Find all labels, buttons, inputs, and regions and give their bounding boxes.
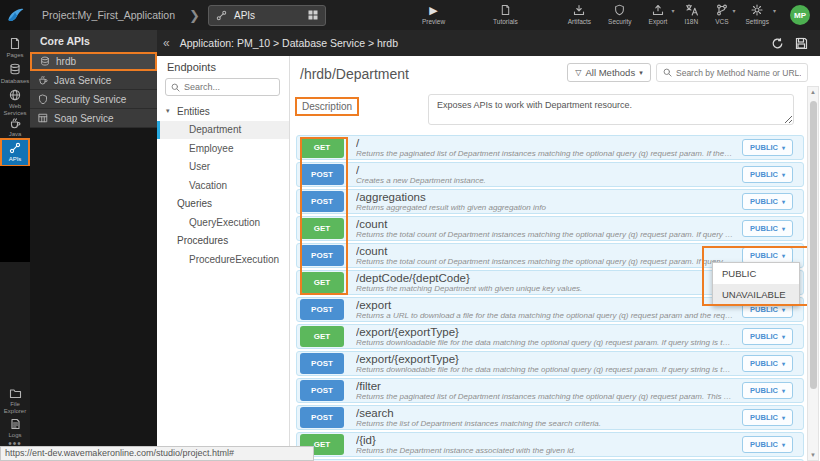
all-methods-dropdown[interactable]: ▽ All Methods ▾ xyxy=(567,63,651,82)
collapse-panel-icon[interactable]: « xyxy=(163,36,170,50)
caret-down-icon: ▾ xyxy=(782,171,785,178)
access-menu-item[interactable]: UNAVAILABLE xyxy=(713,284,799,305)
save-button[interactable] xyxy=(795,37,808,50)
main-area: « Application: PM_10 > Database Service … xyxy=(157,30,820,461)
tree-row[interactable]: Employee xyxy=(157,139,289,158)
sidebar-item-file-explorer[interactable]: File Explorer xyxy=(0,386,30,417)
rail-label: File Explorer xyxy=(0,401,30,415)
endpoint-description: Returns the total count of Department in… xyxy=(356,230,734,240)
tree-row[interactable]: ProcedureExecution xyxy=(157,250,289,269)
access-dropdown-button[interactable]: PUBLIC ▾ xyxy=(742,328,793,345)
access-menu-item[interactable]: PUBLIC xyxy=(713,263,799,284)
export-button[interactable]: ▾ Export xyxy=(649,4,668,26)
access-label: PUBLIC xyxy=(750,197,778,206)
sidebar-item-databases[interactable]: Databases xyxy=(0,61,30,87)
endpoint-row[interactable]: GET / Returns the paginated list of Depa… xyxy=(296,135,804,160)
description-textarea[interactable]: Exposes APIs to work with Department res… xyxy=(428,94,794,125)
refresh-button[interactable] xyxy=(771,37,784,50)
endpoint-row[interactable]: POST /filter Returns the paginated list … xyxy=(296,378,804,403)
access-dropdown-button[interactable]: PUBLIC ▾ xyxy=(742,436,793,453)
tree-row-label: Vacation xyxy=(189,180,227,191)
tab-apis[interactable]: APIs xyxy=(208,5,326,26)
tree-row[interactable]: QueryExecution xyxy=(157,213,289,232)
endpoint-texts: /search Returns the list of Department i… xyxy=(356,407,734,429)
grid-icon[interactable] xyxy=(308,10,318,20)
vcs-branch-icon xyxy=(716,4,728,16)
endpoint-row[interactable]: GET /count Returns the total count of De… xyxy=(296,216,804,241)
vertical-scrollbar[interactable]: ▲ ▼ xyxy=(807,86,819,461)
endpoint-row[interactable]: GET /export/{exportType} Returns downloa… xyxy=(296,324,804,349)
access-dropdown-button[interactable]: PUBLIC ▾ xyxy=(742,220,793,237)
method-badge: POST xyxy=(300,407,344,428)
caret-down-icon: ▾ xyxy=(773,8,776,14)
access-dropdown-button[interactable]: PUBLIC ▾ xyxy=(742,166,793,183)
endpoint-path: /filter xyxy=(356,380,734,392)
access-label: PUBLIC xyxy=(750,251,778,260)
access-dropdown-button[interactable]: PUBLIC ▾ xyxy=(742,355,793,372)
settings-button[interactable]: ▾ Settings xyxy=(746,4,770,26)
service-item-hrdb[interactable]: hrdb xyxy=(30,52,157,71)
sidebar-item-apis[interactable]: APIs xyxy=(0,138,30,167)
description-label: Description xyxy=(295,97,359,116)
tutorials-button[interactable]: Tutorials xyxy=(493,4,518,26)
endpoint-path: /export/{exportType} xyxy=(356,353,734,365)
scrollbar-thumb[interactable] xyxy=(810,101,817,389)
access-dropdown-button[interactable]: PUBLIC ▾ xyxy=(742,193,793,210)
endpoint-row[interactable]: POST /search Returns the list of Departm… xyxy=(296,405,804,430)
endpoints-search[interactable] xyxy=(165,78,280,96)
caret-down-icon: ▾ xyxy=(671,8,674,14)
endpoint-row[interactable]: GET /{id} Returns the Department instanc… xyxy=(296,432,804,457)
access-label: PUBLIC xyxy=(750,413,778,422)
endpoint-description: Returns the total count of Department in… xyxy=(356,257,734,267)
user-avatar[interactable]: MP xyxy=(790,5,810,25)
endpoint-description: Returns the paginated list of Department… xyxy=(356,392,734,402)
topbar-right-menu: Artifacts Security ▾ Export I18N ▾ xyxy=(568,4,820,26)
tree-row-label: Employee xyxy=(189,143,233,154)
endpoint-row[interactable]: POST / Creates a new Department instance… xyxy=(296,162,804,187)
scroll-up-icon[interactable]: ▲ xyxy=(808,89,818,95)
artifacts-button[interactable]: Artifacts xyxy=(568,4,591,26)
endpoints-search-input[interactable] xyxy=(184,82,264,92)
method-search[interactable] xyxy=(656,63,808,82)
method-badge: GET xyxy=(300,137,344,158)
access-dropdown-button[interactable]: PUBLIC ▾ xyxy=(742,139,793,156)
tree-row[interactable]: ▾ Entities xyxy=(157,102,289,121)
search-icon xyxy=(663,68,672,77)
wavemaker-logo[interactable] xyxy=(0,0,30,30)
method-search-input[interactable] xyxy=(676,68,801,78)
sidebar-item-pages[interactable]: Pages xyxy=(0,35,30,61)
tree-row[interactable]: Department xyxy=(157,121,289,140)
endpoint-description: Returns the list of Department instances… xyxy=(356,419,734,429)
tree-row-label: Queries xyxy=(177,198,212,209)
service-item-security-service[interactable]: Security Service xyxy=(30,90,157,109)
security-button[interactable]: Security xyxy=(608,4,631,26)
endpoint-path: / xyxy=(356,164,734,176)
endpoint-path: /export xyxy=(356,299,734,311)
vcs-label: VCS xyxy=(715,19,728,26)
caret-down-icon: ▾ xyxy=(782,252,785,259)
method-badge: POST xyxy=(300,191,344,212)
tree-row[interactable]: Procedures xyxy=(157,232,289,251)
scroll-down-icon[interactable]: ▼ xyxy=(808,452,818,458)
vcs-button[interactable]: ▾ VCS xyxy=(715,4,728,26)
preview-label: Preview xyxy=(422,19,445,26)
i18n-button[interactable]: I18N xyxy=(684,4,698,26)
endpoint-texts: /count Returns the total count of Depart… xyxy=(356,245,734,267)
tree-row[interactable]: User xyxy=(157,158,289,177)
access-dropdown-button[interactable]: PUBLIC ▾ xyxy=(742,409,793,426)
endpoint-path: /deptCode/{deptCode} xyxy=(356,272,734,284)
endpoint-row[interactable]: POST /export/{exportType} Returns downlo… xyxy=(296,351,804,376)
tree-row[interactable]: Queries xyxy=(157,195,289,214)
endpoint-path: /export/{exportType} xyxy=(356,326,734,338)
access-dropdown-button[interactable]: PUBLIC ▾ xyxy=(742,382,793,399)
top-bar: Project:My_First_Application ❯ APIs ▶ Pr… xyxy=(0,0,820,30)
service-item-java-service[interactable]: Java Service xyxy=(30,71,157,90)
endpoint-row[interactable]: POST /aggregations Returns aggregated re… xyxy=(296,189,804,214)
endpoint-description: Returns the Department instance associat… xyxy=(356,446,734,456)
tree-caret-icon: ▾ xyxy=(166,107,173,115)
method-badge: GET xyxy=(300,326,344,347)
preview-button[interactable]: ▶ Preview xyxy=(422,4,445,26)
tree-row[interactable]: Vacation xyxy=(157,176,289,195)
service-item-soap-service[interactable]: Soap Service xyxy=(30,109,157,128)
sidebar-item-web-services[interactable]: Web Services xyxy=(0,87,30,119)
